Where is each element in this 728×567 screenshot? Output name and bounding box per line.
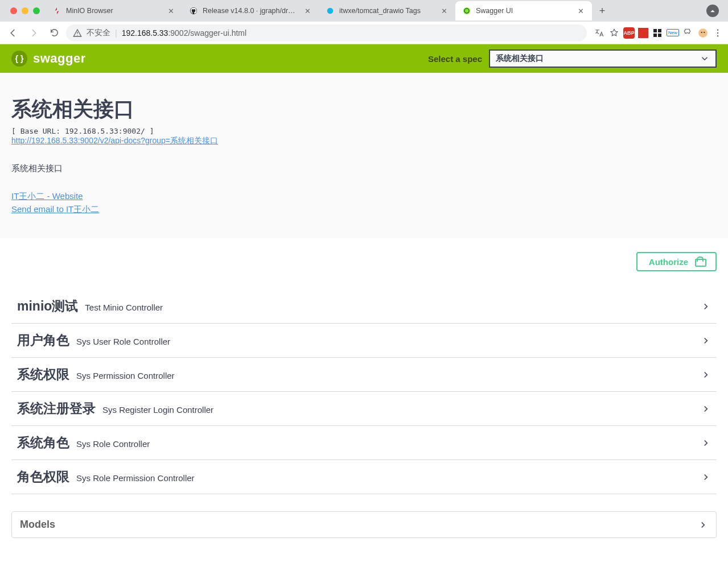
extension-grid-icon[interactable] [652, 27, 663, 39]
tag-name: 用户角色 [17, 332, 69, 349]
base-url: [ Base URL: 192.168.5.33:9002/ ] [11, 127, 717, 135]
svg-point-15 [717, 35, 718, 36]
svg-rect-6 [653, 29, 657, 32]
svg-point-13 [717, 29, 718, 30]
translate-icon[interactable] [594, 27, 605, 39]
tab-minio[interactable]: MinIO Browser ✕ [46, 1, 182, 20]
profile-button[interactable] [706, 5, 719, 17]
tag-section[interactable]: 用户角色 Sys User Role Controller [11, 324, 717, 358]
spec-selector-label: Select a spec [428, 54, 482, 64]
docker-favicon-icon [326, 6, 335, 15]
chevron-right-icon [701, 336, 711, 346]
authorize-label: Authorize [649, 257, 688, 267]
close-icon[interactable]: ✕ [576, 7, 585, 15]
chevron-right-icon [701, 438, 711, 448]
tab-title: Release v14.8.0 · jgraph/drawi [203, 7, 298, 15]
tag-name: 系统角色 [17, 434, 69, 452]
swagger-logo-icon: { } [11, 51, 27, 67]
tag-desc: Sys User Role Controller [76, 337, 170, 346]
reload-button[interactable] [46, 24, 63, 42]
adblock-extension-icon[interactable]: ABP [623, 27, 635, 39]
website-link[interactable]: IT王小二 - Website [11, 190, 717, 203]
svg-point-14 [717, 32, 718, 33]
svg-point-10 [698, 28, 708, 38]
tag-desc: Sys Role Controller [76, 439, 150, 449]
spec-selected-value: 系统相关接口 [496, 53, 544, 64]
tab-title: Swagger UI [476, 7, 571, 15]
tag-name: minio测试 [17, 297, 78, 315]
extension-red-icon[interactable] [638, 28, 648, 38]
tag-desc: Test Minio Controller [85, 303, 163, 312]
swagger-wordmark: swagger [33, 51, 86, 66]
chrome-menu-button[interactable] [712, 27, 723, 39]
tab-swagger[interactable]: Swagger UI ✕ [455, 1, 592, 20]
svg-point-11 [701, 31, 702, 32]
new-tab-button[interactable]: + [594, 3, 610, 19]
forward-button[interactable] [25, 24, 42, 42]
security-label: 不安全 [87, 28, 110, 38]
tab-strip: MinIO Browser ✕ Release v14.8.0 · jgraph… [0, 0, 728, 22]
browser-toolbar: 不安全 | 192.168.5.33:9002/swagger-ui.html … [0, 22, 728, 44]
contact-email-link[interactable]: Send email to IT王小二 [11, 203, 717, 216]
authorize-button[interactable]: Authorize [636, 252, 717, 271]
chevron-right-icon [701, 301, 711, 312]
unlock-icon [695, 256, 704, 267]
tag-desc: Sys Role Permission Controller [76, 473, 195, 483]
models-section[interactable]: Models [11, 511, 717, 538]
svg-rect-7 [658, 29, 661, 32]
back-button[interactable] [5, 24, 22, 42]
chevron-down-icon [700, 53, 710, 64]
extensions-row: ABP New [590, 27, 723, 39]
tag-section[interactable]: minio测试 Test Minio Controller [11, 289, 717, 324]
close-icon[interactable]: ✕ [303, 7, 312, 15]
tab-github[interactable]: Release v14.8.0 · jgraph/drawi ✕ [182, 1, 319, 20]
svg-rect-9 [658, 34, 661, 37]
minimize-window-button[interactable] [22, 7, 28, 14]
extension-avatar-icon[interactable] [697, 27, 709, 39]
svg-point-12 [704, 31, 705, 32]
tag-section[interactable]: 系统注册登录 Sys Register Login Controller [11, 392, 717, 426]
tag-section[interactable]: 角色权限 Sys Role Permission Controller [11, 460, 717, 494]
api-title: 系统相关接口 [11, 96, 717, 123]
tag-desc: Sys Register Login Controller [102, 405, 213, 415]
api-docs-link[interactable]: http://192.168.5.33:9002/v2/api-docs?gro… [11, 136, 218, 145]
authorize-row: Authorize [0, 238, 728, 285]
api-description: 系统相关接口 [11, 163, 717, 174]
close-icon[interactable]: ✕ [166, 7, 175, 15]
spec-selector[interactable]: 系统相关接口 [489, 49, 717, 68]
tag-section[interactable]: 系统权限 Sys Permission Controller [11, 358, 717, 392]
not-secure-icon [73, 28, 82, 38]
models-title: Models [20, 519, 55, 531]
operations-list: minio测试 Test Minio Controller 用户角色 Sys U… [0, 285, 728, 561]
maximize-window-button[interactable] [33, 7, 40, 14]
tab-title: MinIO Browser [66, 7, 162, 15]
swagger-topbar: { } swagger Select a spec 系统相关接口 [0, 44, 728, 73]
svg-point-1 [327, 8, 334, 14]
close-icon[interactable]: ✕ [439, 7, 449, 15]
swagger-favicon-icon [462, 6, 471, 15]
url-text: 192.168.5.33:9002/swagger-ui.html [122, 28, 247, 38]
tag-desc: Sys Permission Controller [76, 371, 175, 380]
bookmark-star-icon[interactable] [608, 27, 620, 39]
tab-dockerhub[interactable]: itwxe/tomcat_drawio Tags ✕ [319, 1, 455, 20]
close-window-button[interactable] [10, 7, 17, 14]
chevron-right-icon [701, 370, 711, 380]
spec-selector-area: Select a spec 系统相关接口 [428, 49, 717, 68]
tag-section[interactable]: 系统角色 Sys Role Controller [11, 426, 717, 460]
chevron-right-icon [701, 472, 711, 482]
minio-favicon-icon [52, 6, 61, 15]
svg-rect-8 [653, 34, 657, 37]
tab-title: itwxe/tomcat_drawio Tags [339, 7, 435, 15]
tag-name: 系统权限 [17, 366, 69, 383]
tag-name: 系统注册登录 [17, 400, 96, 417]
extensions-puzzle-icon[interactable] [682, 27, 694, 39]
tag-name: 角色权限 [17, 468, 69, 486]
chevron-right-icon [698, 520, 708, 530]
extension-new-badge-icon[interactable]: New [667, 29, 679, 36]
window-controls [5, 7, 46, 14]
github-favicon-icon [189, 6, 198, 15]
chevron-right-icon [701, 404, 711, 414]
address-bar[interactable]: 不安全 | 192.168.5.33:9002/swagger-ui.html [66, 24, 587, 42]
api-info-section: 系统相关接口 [ Base URL: 192.168.5.33:9002/ ] … [0, 73, 728, 238]
swagger-brand[interactable]: { } swagger [11, 51, 86, 67]
